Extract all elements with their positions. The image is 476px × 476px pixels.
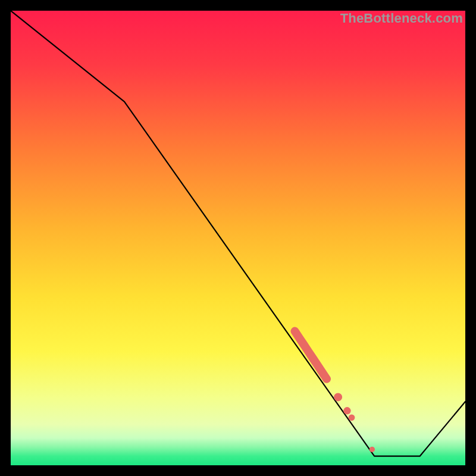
marker-dot bbox=[369, 447, 375, 452]
chart-svg bbox=[11, 11, 465, 465]
marker-dot bbox=[349, 414, 355, 421]
marker-dot bbox=[334, 393, 342, 401]
watermark-text: TheBottleneck.com bbox=[340, 11, 463, 26]
chart-background bbox=[11, 11, 465, 465]
chart-frame: TheBottleneck.com bbox=[11, 11, 465, 465]
marker-dot bbox=[343, 407, 350, 414]
